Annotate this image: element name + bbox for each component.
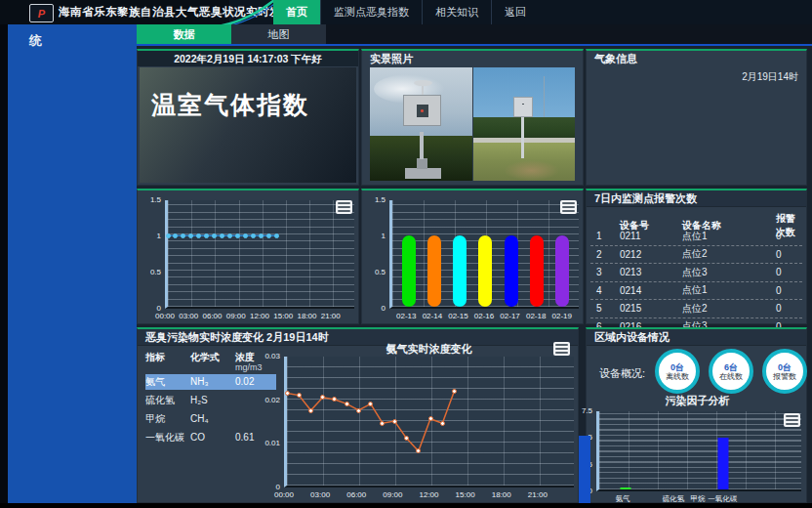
x-tick-label: 03:00 xyxy=(179,312,198,320)
x-tick-label: 12:00 xyxy=(250,312,269,320)
stat-alarm: 0台 报警数 xyxy=(762,349,807,394)
weather-panel: 气象信息 2月19日14时 xyxy=(586,49,807,186)
y-tick-label: 1 xyxy=(382,233,386,240)
x-axis: 00:0003:0006:0009:0012:0015:0018:0021:00 xyxy=(165,312,354,321)
y-axis: 00.010.020.03 xyxy=(257,357,282,487)
bar xyxy=(718,438,729,489)
bar xyxy=(505,235,518,307)
nav-item-0[interactable]: 首页 xyxy=(273,0,320,24)
alarm-row: 30213点位30 xyxy=(590,264,802,282)
chart-menu-icon[interactable] xyxy=(336,200,352,214)
data-point xyxy=(356,408,361,413)
app-logo-icon: P xyxy=(29,4,54,22)
nh3-chart-title: 氨气实时浓度变化 xyxy=(284,342,574,357)
nav-item-1[interactable]: 监测点恶臭指数 xyxy=(320,0,422,24)
x-tick-label: 02-17 xyxy=(497,312,523,320)
factor-chart-title: 污染因子分析 xyxy=(587,394,808,408)
chart-menu-icon[interactable] xyxy=(784,413,800,427)
factor-bar-plot xyxy=(596,411,801,491)
x-tick-label: 02-19 xyxy=(548,312,575,320)
photo-strip xyxy=(370,67,575,181)
weather-panel-title: 气象信息 xyxy=(587,51,806,66)
device-status-panel: 区域内设备情况 设备概况: 0台 离线数 6台 在线数 0台 报警数 污染因子分… xyxy=(586,327,807,503)
stat-offline: 0台 离线数 xyxy=(655,349,700,394)
data-point xyxy=(428,416,433,421)
data-point xyxy=(392,419,397,424)
nav-item-2[interactable]: 相关知识 xyxy=(422,0,491,24)
x-axis: 00:0003:0006:0009:0012:0015:0018:0021:00 xyxy=(284,490,574,500)
x-tick-label: 18:00 xyxy=(297,312,316,320)
y-tick-label: 1 xyxy=(157,233,161,240)
photos-panel-title: 实景照片 xyxy=(362,51,583,66)
tab-map[interactable]: 地图 xyxy=(231,24,326,44)
y-tick-label: 0.02 xyxy=(264,397,280,404)
scrollbar-thumb[interactable] xyxy=(579,436,590,503)
y-tick-label: 7.5 xyxy=(582,407,592,415)
alarm-table-header: 设备号 设备名称 报警次数 xyxy=(590,212,802,228)
chart-menu-icon[interactable] xyxy=(553,342,570,356)
alarm-panel-title: 7日内监测点报警次数 xyxy=(587,191,705,206)
odor-index-line-plot xyxy=(165,200,354,309)
tab-data[interactable]: 数据 xyxy=(137,24,231,44)
chart-menu-icon[interactable] xyxy=(560,200,577,214)
bars-row xyxy=(392,200,579,307)
bar xyxy=(402,235,416,307)
bar xyxy=(478,235,492,307)
y-tick-label: 1.5 xyxy=(375,196,386,204)
alarm-table-body: 10211点位1020212点位2030213点位3040214点位105021… xyxy=(590,228,802,336)
y-tick-label: 0.03 xyxy=(264,353,280,360)
data-point xyxy=(259,233,264,238)
x-tick-label: 12:00 xyxy=(419,490,438,499)
data-point xyxy=(235,233,240,238)
x-tick-label: 02-15 xyxy=(445,312,471,320)
data-point xyxy=(285,391,290,396)
greeting-body: 温室气体指数 xyxy=(140,67,356,183)
device-stat-circles: 0台 离线数 6台 在线数 0台 报警数 xyxy=(655,349,807,394)
x-axis: 02-1302-1402-1502-1602-1702-1802-19 xyxy=(389,312,579,320)
y-tick-label: 0.01 xyxy=(264,440,280,447)
x-tick-label: 06:00 xyxy=(346,490,366,499)
data-point xyxy=(452,389,457,394)
x-tick-label: 15:00 xyxy=(273,312,293,320)
alarm-row: 50215点位20 xyxy=(590,300,802,318)
stat-online: 6台 在线数 xyxy=(709,349,753,394)
y-tick-label: 0.5 xyxy=(150,269,161,276)
bar xyxy=(620,487,630,489)
alarm-row: 20212点位20 xyxy=(590,246,802,265)
data-point xyxy=(166,233,171,238)
x-tick-label: 06:00 xyxy=(202,312,222,320)
x-tick-label: 09:00 xyxy=(226,312,246,320)
nav-item-3[interactable]: 返回 xyxy=(491,0,539,24)
datetime-label: 2022年2月19日 14:17:03 下午好 xyxy=(138,51,358,66)
odor-index-chart-panel: 00.511.5 00:0003:0006:0009:0012:0015:001… xyxy=(137,189,359,324)
photo-monitoring-station-1 xyxy=(370,67,472,181)
data-point xyxy=(297,393,302,398)
photo-monitoring-station-2 xyxy=(473,67,576,181)
daily-index-chart-panel: 00.511.5 02-1302-1402-1502-1602-1702-180… xyxy=(361,189,584,324)
x-tick-label: 21:00 xyxy=(321,312,341,320)
x-tick-label: 02-13 xyxy=(393,312,420,320)
x-tick-label: 21:00 xyxy=(528,490,548,499)
bar xyxy=(555,235,569,307)
data-point xyxy=(308,408,313,413)
x-tick-label: 09:00 xyxy=(383,490,402,499)
data-point xyxy=(243,233,248,238)
x-tick-label: 03:00 xyxy=(310,490,330,499)
pollutant-concentration-panel: 恶臭污染物实时浓度变化 2月19日14时 指标 化学式 浓度 mg/m3 氨气N… xyxy=(137,327,579,503)
x-tick-label: 00:00 xyxy=(155,312,175,320)
x-tick-label: 02-18 xyxy=(523,312,549,320)
top-navbar: P 海南省乐东黎族自治县大气恶臭状况实时发布系 首页监测点恶臭指数相关知识返回 xyxy=(0,0,812,24)
app-title-wrapped: 统 xyxy=(29,32,42,50)
data-point xyxy=(345,402,349,406)
headline-greenhouse-gas-index: 温室气体指数 xyxy=(151,89,309,121)
x-tick-label: 15:00 xyxy=(456,490,475,499)
daily-index-bar-plot xyxy=(389,200,579,309)
data-point xyxy=(251,233,256,238)
x-tick-label: 02-14 xyxy=(420,312,446,320)
alarm-row: 10211点位10 xyxy=(590,228,802,246)
alarm-row: 40214点位10 xyxy=(590,282,802,301)
col-indicator: 指标 xyxy=(145,351,190,364)
device-overview-label: 设备概况: xyxy=(599,366,645,381)
x-tick-label: 18:00 xyxy=(492,490,511,499)
y-tick-label: 0 xyxy=(382,305,386,313)
